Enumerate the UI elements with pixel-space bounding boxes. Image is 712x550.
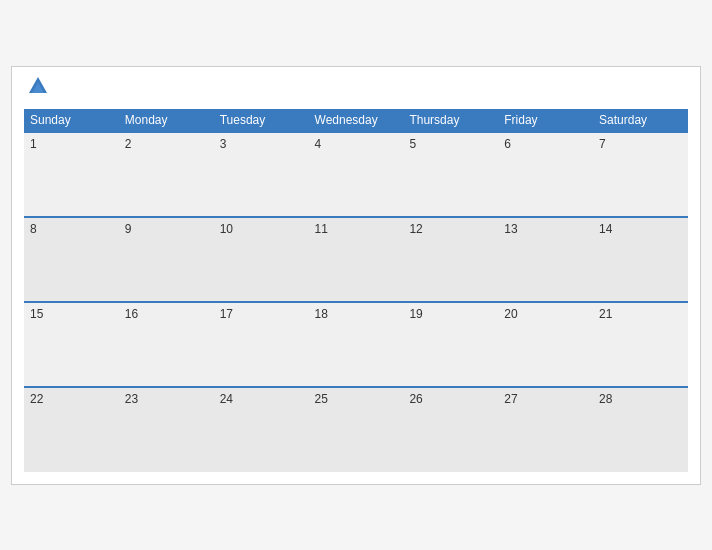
weekday-tuesday: Tuesday: [214, 109, 309, 132]
day-cell-6: 6: [498, 132, 593, 217]
day-cell-4: 4: [309, 132, 404, 217]
day-cell-14: 14: [593, 217, 688, 302]
week-row-2: 891011121314: [24, 217, 688, 302]
day-cell-17: 17: [214, 302, 309, 387]
logo: [24, 77, 49, 99]
day-cell-19: 19: [403, 302, 498, 387]
calendar-container: SundayMondayTuesdayWednesdayThursdayFrid…: [11, 66, 701, 485]
week-row-4: 22232425262728: [24, 387, 688, 472]
day-number-26: 26: [409, 392, 422, 406]
day-cell-21: 21: [593, 302, 688, 387]
calendar-grid: SundayMondayTuesdayWednesdayThursdayFrid…: [24, 109, 688, 472]
day-cell-27: 27: [498, 387, 593, 472]
day-cell-7: 7: [593, 132, 688, 217]
logo-icon: [27, 75, 49, 97]
day-cell-11: 11: [309, 217, 404, 302]
week-row-3: 15161718192021: [24, 302, 688, 387]
day-number-3: 3: [220, 137, 227, 151]
day-number-5: 5: [409, 137, 416, 151]
day-number-23: 23: [125, 392, 138, 406]
day-number-18: 18: [315, 307, 328, 321]
day-number-12: 12: [409, 222, 422, 236]
day-cell-23: 23: [119, 387, 214, 472]
day-cell-18: 18: [309, 302, 404, 387]
calendar-header: [24, 77, 688, 99]
day-number-10: 10: [220, 222, 233, 236]
day-cell-2: 2: [119, 132, 214, 217]
day-number-9: 9: [125, 222, 132, 236]
weekday-monday: Monday: [119, 109, 214, 132]
weekday-header-row: SundayMondayTuesdayWednesdayThursdayFrid…: [24, 109, 688, 132]
day-cell-8: 8: [24, 217, 119, 302]
day-number-28: 28: [599, 392, 612, 406]
day-number-20: 20: [504, 307, 517, 321]
day-number-14: 14: [599, 222, 612, 236]
day-number-8: 8: [30, 222, 37, 236]
day-number-6: 6: [504, 137, 511, 151]
day-number-4: 4: [315, 137, 322, 151]
day-cell-3: 3: [214, 132, 309, 217]
day-cell-22: 22: [24, 387, 119, 472]
day-cell-9: 9: [119, 217, 214, 302]
day-cell-1: 1: [24, 132, 119, 217]
day-number-22: 22: [30, 392, 43, 406]
day-number-7: 7: [599, 137, 606, 151]
weekday-thursday: Thursday: [403, 109, 498, 132]
day-cell-24: 24: [214, 387, 309, 472]
day-number-13: 13: [504, 222, 517, 236]
day-cell-10: 10: [214, 217, 309, 302]
weekday-wednesday: Wednesday: [309, 109, 404, 132]
day-number-2: 2: [125, 137, 132, 151]
day-number-11: 11: [315, 222, 328, 236]
day-number-15: 15: [30, 307, 43, 321]
day-cell-16: 16: [119, 302, 214, 387]
day-number-24: 24: [220, 392, 233, 406]
day-cell-20: 20: [498, 302, 593, 387]
day-number-16: 16: [125, 307, 138, 321]
day-cell-13: 13: [498, 217, 593, 302]
day-cell-5: 5: [403, 132, 498, 217]
day-number-25: 25: [315, 392, 328, 406]
day-number-1: 1: [30, 137, 37, 151]
weekday-friday: Friday: [498, 109, 593, 132]
day-cell-25: 25: [309, 387, 404, 472]
week-row-1: 1234567: [24, 132, 688, 217]
day-cell-28: 28: [593, 387, 688, 472]
day-cell-15: 15: [24, 302, 119, 387]
day-number-17: 17: [220, 307, 233, 321]
day-number-21: 21: [599, 307, 612, 321]
day-cell-26: 26: [403, 387, 498, 472]
day-number-27: 27: [504, 392, 517, 406]
day-cell-12: 12: [403, 217, 498, 302]
day-number-19: 19: [409, 307, 422, 321]
weekday-saturday: Saturday: [593, 109, 688, 132]
weekday-sunday: Sunday: [24, 109, 119, 132]
